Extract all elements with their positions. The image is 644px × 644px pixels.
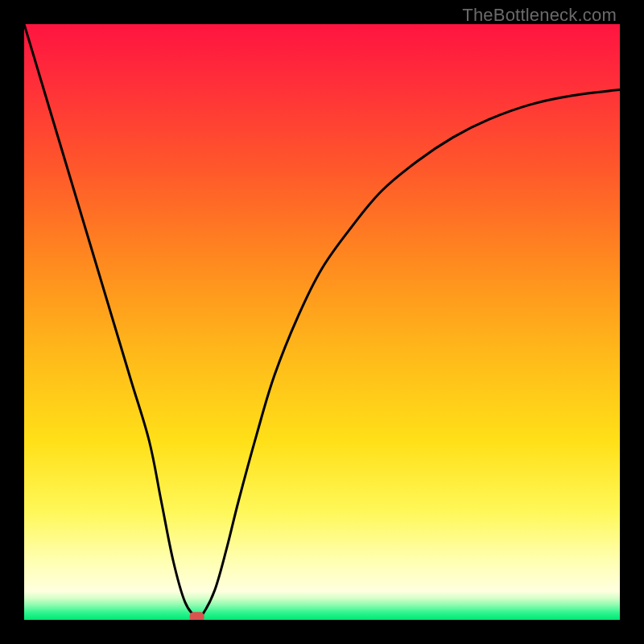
minimum-marker <box>190 612 204 620</box>
chart-frame <box>24 24 620 620</box>
bottleneck-chart <box>24 24 620 620</box>
watermark-text: TheBottleneck.com <box>462 5 617 26</box>
